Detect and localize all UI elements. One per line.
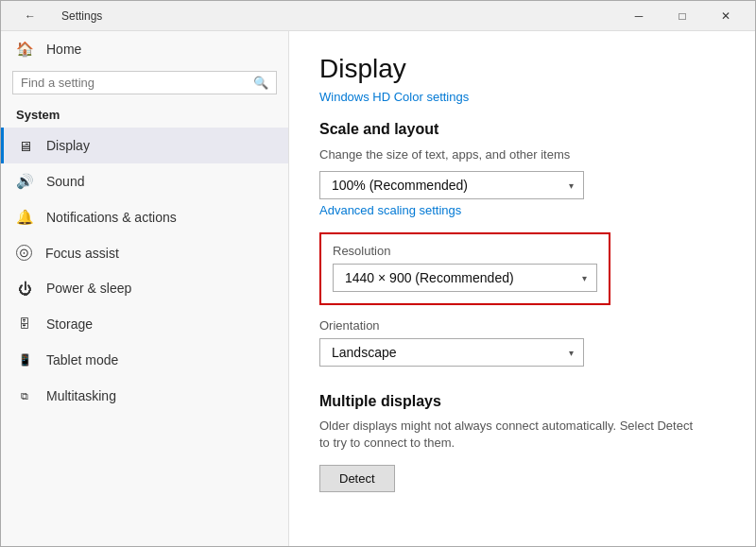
- sidebar-multitasking-label: Multitasking: [46, 388, 116, 403]
- page-title: Display: [319, 54, 725, 84]
- maximize-button[interactable]: □: [661, 1, 704, 31]
- back-button[interactable]: ←: [9, 1, 52, 31]
- windows-hd-color-link[interactable]: Windows HD Color settings: [319, 90, 725, 104]
- titlebar-left: ← Settings: [9, 1, 102, 31]
- detect-button[interactable]: Detect: [319, 465, 395, 492]
- display-icon: 🖥: [16, 137, 33, 154]
- orientation-dropdown[interactable]: Landscape ▾: [319, 338, 584, 367]
- sidebar-item-power[interactable]: ⏻ Power & sleep: [1, 270, 288, 306]
- back-icon: ←: [25, 9, 36, 23]
- sidebar-item-focus[interactable]: ⊙ Focus assist: [1, 235, 288, 270]
- power-icon: ⏻: [16, 280, 33, 297]
- resolution-label: Resolution: [333, 244, 597, 258]
- sidebar-display-label: Display: [46, 138, 90, 153]
- sidebar-search-box[interactable]: 🔍: [12, 71, 277, 94]
- sidebar-storage-label: Storage: [46, 316, 93, 332]
- home-icon: 🏠: [16, 41, 33, 58]
- scale-layout-section-title: Scale and layout: [319, 121, 725, 138]
- scale-dropdown-value: 100% (Recommended): [332, 178, 468, 193]
- sidebar-home-label: Home: [46, 42, 81, 57]
- app-body: 🏠 Home 🔍 System 🖥 Display 🔊 Sound 🔔 Noti…: [1, 31, 755, 546]
- titlebar-title: Settings: [61, 9, 102, 23]
- sidebar-item-tablet[interactable]: 📱 Tablet mode: [1, 342, 288, 378]
- sidebar: 🏠 Home 🔍 System 🖥 Display 🔊 Sound 🔔 Noti…: [1, 31, 289, 546]
- advanced-scaling-link[interactable]: Advanced scaling settings: [319, 203, 725, 217]
- tablet-icon: 📱: [16, 351, 33, 368]
- sidebar-power-label: Power & sleep: [46, 281, 131, 296]
- sidebar-item-home[interactable]: 🏠 Home: [1, 31, 288, 67]
- multitasking-icon: ⧉: [16, 387, 33, 404]
- sidebar-section-title: System: [1, 104, 288, 128]
- close-button[interactable]: ✕: [704, 1, 747, 31]
- multiple-displays-title: Multiple displays: [319, 393, 725, 410]
- scale-dropdown[interactable]: 100% (Recommended) ▾: [319, 171, 584, 199]
- orientation-section: Orientation Landscape ▾: [319, 318, 725, 370]
- sidebar-item-display[interactable]: 🖥 Display: [1, 128, 288, 163]
- orientation-label: Orientation: [319, 318, 725, 333]
- sidebar-item-notifications[interactable]: 🔔 Notifications & actions: [1, 199, 288, 235]
- sidebar-item-storage[interactable]: 🗄 Storage: [1, 306, 288, 342]
- main-content: Display Windows HD Color settings Scale …: [289, 31, 755, 546]
- scale-description: Change the size of text, apps, and other…: [319, 147, 725, 162]
- storage-icon: 🗄: [16, 316, 33, 333]
- focus-icon: ⊙: [16, 245, 32, 261]
- multiple-displays-desc: Older displays might not always connect …: [319, 418, 697, 452]
- orientation-dropdown-value: Landscape: [332, 345, 397, 360]
- sound-icon: 🔊: [16, 173, 33, 190]
- notifications-icon: 🔔: [16, 209, 33, 226]
- titlebar: ← Settings ─ □ ✕: [1, 1, 755, 31]
- resolution-box: Resolution 1440 × 900 (Recommended) ▾: [319, 232, 610, 305]
- sidebar-item-multitasking[interactable]: ⧉ Multitasking: [1, 378, 288, 414]
- sidebar-focus-label: Focus assist: [45, 246, 119, 261]
- sidebar-tablet-label: Tablet mode: [46, 352, 118, 368]
- resolution-dropdown-value: 1440 × 900 (Recommended): [345, 270, 514, 285]
- orientation-dropdown-arrow: ▾: [569, 348, 574, 358]
- search-input[interactable]: [21, 76, 248, 90]
- titlebar-controls: ─ □ ✕: [617, 1, 747, 31]
- scale-dropdown-arrow: ▾: [569, 180, 574, 191]
- sidebar-sound-label: Sound: [46, 174, 84, 189]
- resolution-dropdown-arrow: ▾: [582, 273, 587, 283]
- search-icon: 🔍: [253, 76, 268, 90]
- minimize-button[interactable]: ─: [617, 1, 661, 31]
- sidebar-notifications-label: Notifications & actions: [46, 210, 177, 225]
- resolution-dropdown[interactable]: 1440 × 900 (Recommended) ▾: [333, 264, 597, 292]
- sidebar-item-sound[interactable]: 🔊 Sound: [1, 163, 288, 199]
